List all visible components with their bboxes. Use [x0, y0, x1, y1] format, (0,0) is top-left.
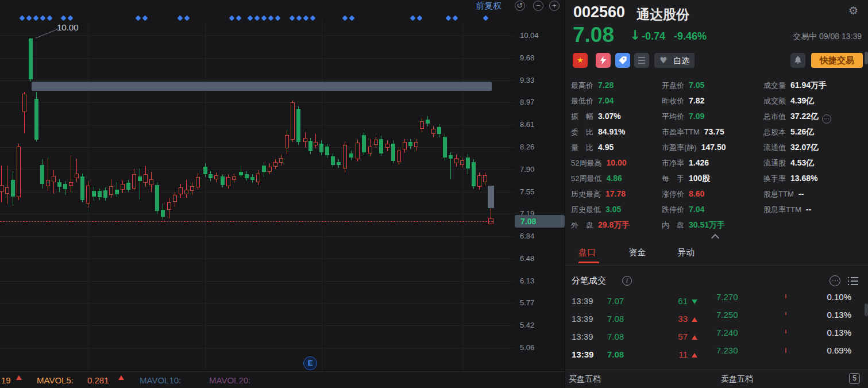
price-gridline — [0, 36, 513, 36]
archive-icon[interactable] — [634, 53, 649, 68]
event-marker-icon[interactable] — [184, 16, 190, 21]
event-marker-icon[interactable] — [61, 16, 67, 21]
scrollbar-thumb[interactable] — [865, 304, 868, 316]
event-marker-icon[interactable] — [310, 16, 316, 21]
time-gridline — [463, 21, 464, 371]
event-marker-icon[interactable] — [275, 16, 281, 21]
event-marker-icon[interactable] — [349, 16, 355, 21]
event-marker-icon[interactable] — [254, 16, 260, 21]
flash-icon[interactable] — [596, 53, 611, 68]
candle-body — [203, 167, 207, 174]
tab-异动[interactable]: 异动 — [677, 247, 695, 258]
tab-盘口[interactable]: 盘口 — [578, 247, 596, 258]
stat-value: 73.75 — [704, 127, 724, 136]
mavol10-label[interactable]: MAVOL10: — [140, 375, 181, 385]
buy-five-levels-label[interactable]: 买盘五档 — [569, 374, 601, 385]
candle-wick — [48, 158, 48, 191]
adjust-mode-label[interactable]: 前复权 — [476, 1, 501, 11]
tape-row[interactable]: 13:397.08117.2300.69% — [565, 349, 868, 364]
kline-chart-region[interactable]: 10.00 10.049.689.338.978.618.267.907.557… — [0, 0, 565, 388]
event-marker-icon[interactable] — [261, 16, 267, 21]
add-watchlist-button[interactable]: ♥ 自选 — [654, 53, 695, 68]
trade-price: 7.08 — [607, 332, 624, 341]
stat-label: 平均价 — [662, 112, 684, 121]
event-marker-icon[interactable] — [142, 16, 148, 21]
event-marker-icon[interactable] — [446, 16, 452, 21]
trade-price: 7.08 — [607, 314, 624, 324]
trade-volume: 11 — [657, 349, 688, 359]
candle-body — [420, 121, 424, 129]
candle-body — [374, 140, 378, 145]
stat-label: 跌停价 — [662, 205, 684, 214]
price-gridline — [0, 58, 513, 59]
mavol5-label[interactable]: MAVOL5: — [37, 375, 74, 385]
event-marker-icon[interactable] — [40, 16, 46, 21]
quick-trade-button[interactable]: 快捷交易 — [811, 53, 863, 68]
candle-body — [362, 135, 366, 152]
stat-label: 52周最高 — [571, 159, 601, 167]
scrollbar-thumb[interactable] — [865, 52, 868, 64]
trade-volume: 33 — [657, 314, 688, 324]
candle-wick — [7, 166, 7, 205]
candle-body — [149, 179, 153, 185]
undo-icon[interactable]: ↺ — [515, 1, 525, 11]
event-marker-icon[interactable] — [268, 16, 274, 21]
time-gridline — [205, 21, 206, 371]
candle-body — [273, 162, 277, 167]
event-marker-icon[interactable] — [229, 16, 235, 21]
stat-平均价: 平均价7.09 — [662, 112, 704, 125]
tab-资金[interactable]: 资金 — [628, 247, 646, 258]
gear-icon[interactable]: ⚙ — [848, 5, 860, 16]
zoom-out-icon[interactable]: − — [533, 1, 543, 11]
stat-跌停价: 跌停价7.04 — [662, 205, 704, 218]
more-options-icon[interactable]: ⋯ — [830, 275, 840, 286]
level-price: 7.270 — [716, 292, 738, 302]
event-marker-icon[interactable] — [296, 16, 302, 21]
event-marker-icon[interactable] — [20, 16, 25, 21]
tape-row[interactable]: 13:397.08577.2400.13% — [565, 332, 868, 347]
stat-流通值: 流通值32.07亿 — [763, 143, 819, 156]
level-percent: 0.13% — [811, 328, 851, 337]
stat-label: 委 比 — [571, 128, 593, 136]
event-marker-icon[interactable] — [33, 16, 39, 21]
sell-five-levels-label[interactable]: 卖盘五档 — [721, 374, 753, 385]
event-marker-icon[interactable] — [136, 16, 141, 21]
event-marker-icon[interactable] — [248, 16, 253, 21]
event-marker-icon[interactable] — [68, 16, 74, 21]
event-marker-icon[interactable] — [417, 16, 423, 21]
zoom-in-icon[interactable]: + — [549, 1, 560, 11]
tape-row[interactable]: 13:397.07617.2700.10% — [565, 296, 868, 311]
candlestick-plot[interactable] — [0, 0, 513, 371]
event-marker-icon[interactable] — [483, 16, 489, 21]
tabs-divider — [565, 265, 868, 266]
event-marker-icon[interactable] — [342, 16, 348, 21]
stat-外 盘: 外 盘29.8万手 — [571, 220, 630, 234]
trade-time: 13:39 — [572, 332, 593, 341]
five-level-badge[interactable]: 5 — [849, 373, 860, 384]
collapse-chevron-icon[interactable] — [712, 234, 718, 240]
tag-icon[interactable] — [615, 53, 630, 68]
stat-label: 昨收价 — [662, 97, 684, 105]
stat-label: 最低价 — [571, 97, 593, 105]
event-marker-icon[interactable] — [236, 16, 242, 21]
event-marker-icon[interactable] — [303, 16, 309, 21]
info-icon[interactable]: i — [622, 276, 632, 286]
event-marker-icon[interactable] — [178, 16, 183, 21]
up-triangle-icon — [692, 335, 697, 340]
candle-body — [414, 142, 418, 147]
stat-value: 37.22亿 — [790, 112, 819, 121]
event-marker-icon[interactable] — [453, 16, 458, 21]
event-marker-icon[interactable] — [26, 16, 32, 21]
candle-body — [132, 174, 136, 189]
mavol20-label[interactable]: MAVOL20: — [209, 375, 250, 385]
list-view-icon[interactable] — [848, 276, 858, 286]
event-marker-icon[interactable] — [290, 16, 295, 21]
event-marker-icon[interactable] — [410, 16, 416, 21]
event-e-icon[interactable]: E — [303, 356, 317, 370]
stat-每 手: 每 手100股 — [662, 174, 710, 187]
tape-row[interactable]: 13:397.08337.2500.13% — [565, 314, 868, 329]
event-marker-icon[interactable] — [47, 16, 53, 21]
more-detail-icon[interactable]: ⋯ — [822, 114, 831, 124]
alert-bell-icon[interactable] — [790, 53, 805, 68]
candle-body — [460, 160, 464, 165]
